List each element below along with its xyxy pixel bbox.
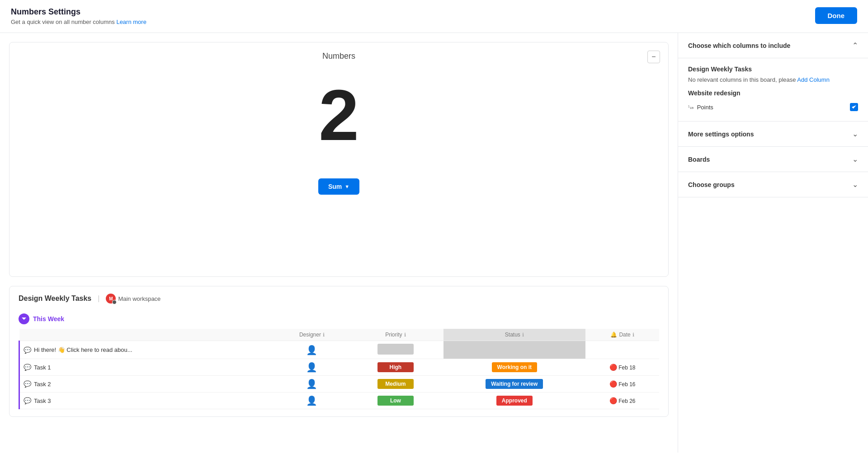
status-info-icon[interactable]: ℹ [522, 332, 524, 338]
table-header-row: Designer ℹ Priority ℹ St [19, 329, 660, 341]
task-date-cell: 🔴 Feb 18 [585, 359, 659, 376]
task-designer-cell: 👤 [276, 341, 348, 359]
group-name: This Week [33, 315, 64, 322]
header-left: Numbers Settings Get a quick view on all… [11, 7, 146, 25]
choose-columns-body: Design Weekly Tasks No relevant columns … [678, 58, 868, 121]
workspace-name: Main workspace [118, 295, 160, 302]
choose-groups-header[interactable]: Choose groups ⌄ [678, 172, 868, 197]
avatar-icon: 👤 [306, 362, 317, 372]
choose-columns-title: Choose which columns to include [688, 42, 790, 49]
group-collapse-icon[interactable] [19, 313, 29, 324]
more-settings-header[interactable]: More settings options ⌄ [678, 122, 868, 146]
status-badge: Approved [496, 396, 533, 406]
board-section: Design Weekly Tasks | M Main workspace T… [9, 286, 669, 417]
group-header: This Week [19, 311, 659, 327]
board-separator: | [98, 294, 99, 303]
chat-icon[interactable]: 💬 [24, 364, 31, 371]
header: Numbers Settings Get a quick view on all… [0, 0, 868, 33]
left-panel: Numbers − 2 Sum ▼ Design Weekly Tasks | … [0, 33, 678, 453]
board-item-title-2: Website redesign [688, 89, 858, 97]
done-button[interactable]: Done [815, 7, 858, 24]
designer-info-icon[interactable]: ℹ [323, 332, 325, 338]
column-item: ¹₂₃ Points [688, 100, 858, 114]
task-priority-cell: High [348, 359, 443, 376]
board-header: Design Weekly Tasks | M Main workspace [19, 294, 659, 304]
avatar-icon: 👤 [306, 379, 317, 389]
table-row: 💬 Task 2 👤 Medium Waiting for review [19, 376, 660, 393]
sum-button[interactable]: Sum ▼ [318, 178, 359, 195]
numbers-widget-title: Numbers [322, 51, 355, 61]
task-table: Designer ℹ Priority ℹ St [19, 329, 659, 409]
chat-icon[interactable]: 💬 [24, 397, 31, 404]
more-settings-chevron-icon: ⌄ [852, 130, 858, 138]
date-info-icon[interactable]: ℹ [632, 332, 634, 338]
table-row: 💬 Hi there! 👋 Click here to read abou...… [19, 341, 660, 359]
col-header-priority: Priority ℹ [348, 329, 443, 341]
boards-header[interactable]: Boards ⌄ [678, 147, 868, 172]
alert-icon: 🔴 [609, 397, 617, 404]
col-header-task [19, 329, 276, 341]
task-priority-cell [348, 341, 443, 359]
points-checkbox[interactable] [850, 103, 858, 111]
choose-columns-header[interactable]: Choose which columns to include ⌃ [678, 33, 868, 58]
avatar-icon: 👤 [306, 396, 317, 406]
board-item-title-1: Design Weekly Tasks [688, 65, 858, 73]
task-priority-cell: Low [348, 393, 443, 409]
boards-chevron-icon: ⌄ [852, 155, 858, 164]
workspace-icon-badge [112, 300, 117, 304]
task-status-cell: Working on it [443, 359, 586, 376]
task-date-cell: 🔴 Feb 26 [585, 393, 659, 409]
boards-title: Boards [688, 156, 710, 163]
col-header-status: Status ℹ [443, 329, 586, 341]
avatar-icon: 👤 [306, 345, 317, 355]
chat-icon[interactable]: 💬 [24, 380, 31, 388]
status-badge: Working on it [492, 362, 537, 372]
task-priority-cell: Medium [348, 376, 443, 393]
column-name: Points [697, 104, 713, 111]
priority-badge: Low [377, 396, 414, 406]
task-designer-cell: 👤 [276, 393, 348, 409]
col-header-designer: Designer ℹ [276, 329, 348, 341]
priority-badge: Medium [377, 379, 414, 389]
date-text: Feb 16 [618, 381, 635, 388]
board-title: Design Weekly Tasks [19, 294, 91, 303]
empty-priority [377, 344, 414, 355]
workspace-badge: M Main workspace [106, 294, 160, 304]
more-settings-title: More settings options [688, 131, 754, 138]
choose-groups-chevron-icon: ⌄ [852, 180, 858, 189]
learn-more-link[interactable]: Learn more [116, 19, 146, 25]
task-designer-cell: 👤 [276, 376, 348, 393]
right-panel: Choose which columns to include ⌃ Design… [678, 33, 868, 453]
board-item-desc-1: No relevant columns in this board, pleas… [688, 76, 858, 83]
add-column-link[interactable]: Add Column [797, 76, 830, 83]
numbers-widget: Numbers − 2 Sum ▼ [9, 42, 669, 277]
date-bell-icon: 🔔 [610, 332, 617, 338]
table-row: 💬 Task 1 👤 High Working on it [19, 359, 660, 376]
chat-icon[interactable]: 💬 [24, 346, 31, 354]
task-status-cell: Approved [443, 393, 586, 409]
status-badge: Waiting for review [486, 379, 543, 389]
task-name-cell: 💬 Hi there! 👋 Click here to read abou... [19, 341, 276, 359]
sum-chevron-icon: ▼ [344, 184, 349, 189]
column-type-icon: ¹₂₃ [688, 104, 693, 110]
alert-icon: 🔴 [609, 364, 617, 371]
task-name-cell: 💬 Task 2 [19, 376, 276, 393]
main-layout: Numbers − 2 Sum ▼ Design Weekly Tasks | … [0, 33, 868, 453]
alert-icon: 🔴 [609, 380, 617, 388]
priority-info-icon[interactable]: ℹ [404, 332, 406, 338]
col-header-date: 🔔 Date ℹ [585, 329, 659, 341]
task-status-cell: Waiting for review [443, 376, 586, 393]
task-status-cell [443, 341, 586, 359]
date-text: Feb 18 [618, 365, 635, 371]
choose-groups-section: Choose groups ⌄ [678, 172, 868, 197]
page-subtitle: Get a quick view on all number columns L… [11, 19, 146, 25]
page-title: Numbers Settings [11, 7, 146, 17]
choose-groups-title: Choose groups [688, 181, 735, 188]
workspace-icon: M [106, 294, 116, 304]
task-name-cell: 💬 Task 1 [19, 359, 276, 376]
priority-badge: High [377, 362, 414, 372]
column-item-left: ¹₂₃ Points [688, 104, 713, 111]
choose-columns-chevron-icon: ⌃ [852, 41, 858, 50]
collapse-button[interactable]: − [647, 51, 660, 63]
task-date-cell: 🔴 Feb 16 [585, 376, 659, 393]
